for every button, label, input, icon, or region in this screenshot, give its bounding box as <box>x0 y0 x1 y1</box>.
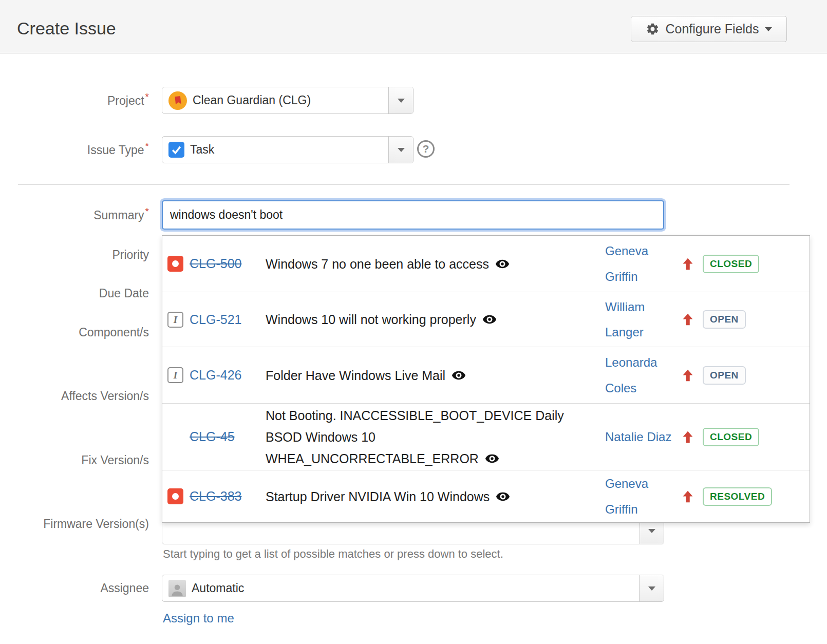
due-date-label: Due Date <box>0 287 149 300</box>
assignee-name-link[interactable]: Geneva Griffin <box>605 471 673 521</box>
issue-summary-text: Windows 10 will not working properly <box>266 312 476 327</box>
summary-label: Summary* <box>0 209 149 222</box>
fix-versions-label: Fix Version/s <box>0 453 149 467</box>
watchers-eye-icon <box>496 489 510 504</box>
incident-issue-type-icon: I <box>167 312 183 328</box>
dialog-header: Create Issue Configure Fields <box>0 0 827 53</box>
avatar <box>168 580 186 597</box>
task-checkbox-icon <box>168 142 184 158</box>
create-issue-dialog: Create Issue Configure Fields Project* I… <box>0 0 827 644</box>
issue-key-link[interactable]: CLG-383 <box>190 489 255 504</box>
affects-versions-label: Affects Version/s <box>0 389 149 403</box>
page-title: Create Issue <box>17 18 116 39</box>
chevron-down-icon <box>398 99 405 103</box>
assignee-value: Automatic <box>192 581 244 595</box>
chevron-down-icon <box>648 586 655 591</box>
status-badge: OPEN <box>703 310 746 329</box>
issue-key-link[interactable]: CLG-521 <box>190 312 255 327</box>
incident-issue-type-icon: I <box>167 367 183 383</box>
suggestion-row[interactable]: I CLG-521 Windows 10 will not working pr… <box>162 292 810 347</box>
project-value: Clean Guardian (CLG) <box>193 93 311 107</box>
issue-key-link[interactable]: CLG-426 <box>190 368 255 383</box>
issue-key-link[interactable]: CLG-500 <box>190 256 255 271</box>
project-label: Project* <box>0 94 149 108</box>
chevron-down-icon <box>398 148 405 152</box>
issue-type-value: Task <box>190 143 214 157</box>
priority-up-arrow-icon <box>673 257 703 271</box>
summary-input[interactable] <box>162 200 664 230</box>
suggestion-row[interactable]: I CLG-383 Startup Driver NVIDIA Win 10 W… <box>162 470 810 522</box>
help-icon[interactable]: ? <box>417 140 435 158</box>
configure-fields-label: Configure Fields <box>665 22 759 36</box>
issue-type-dropdown-button[interactable] <box>388 137 413 163</box>
issue-type-label: Issue Type* <box>0 143 149 157</box>
section-divider <box>18 184 790 185</box>
assignee-select[interactable]: Automatic <box>162 575 664 602</box>
assignee-name-link[interactable]: Leonarda Coles <box>605 350 673 400</box>
gear-icon <box>646 22 660 36</box>
bug-issue-type-icon: I <box>167 488 183 504</box>
watchers-eye-icon <box>495 257 510 271</box>
priority-label: Priority <box>0 248 149 262</box>
assignee-dropdown-button[interactable] <box>639 575 664 601</box>
components-label: Component/s <box>0 326 149 339</box>
watchers-eye-icon <box>482 312 497 327</box>
priority-up-arrow-icon <box>673 369 703 382</box>
assignee-name-link[interactable]: Natalie Diaz <box>605 424 673 449</box>
issue-suggestions-dropdown: I CLG-500 Windows 7 no one been able to … <box>162 235 810 523</box>
suggestion-row[interactable]: I CLG-500 Windows 7 no one been able to … <box>162 236 810 292</box>
suggestion-row[interactable]: I CLG-45 Not Booting. INACCESSIBLE_BOOT_… <box>162 404 810 470</box>
autocomplete-hint: Start typing to get a list of possible m… <box>163 547 503 561</box>
issue-summary-text: Startup Driver NVIDIA Win 10 Windows <box>266 489 490 504</box>
configure-fields-button[interactable]: Configure Fields <box>631 16 787 42</box>
required-asterisk: * <box>145 91 149 102</box>
project-select[interactable]: Clean Guardian (CLG) <box>162 87 414 114</box>
status-badge: CLOSED <box>703 428 759 446</box>
assignee-name-link[interactable]: Geneva Griffin <box>605 238 673 289</box>
watchers-eye-icon <box>485 451 499 466</box>
issue-summary-text: Not Booting. INACCESSIBLE_BOOT_DEVICE Da… <box>266 408 564 466</box>
priority-up-arrow-icon <box>673 490 703 503</box>
required-asterisk: * <box>145 206 149 217</box>
priority-up-arrow-icon <box>673 430 703 444</box>
assignee-label: Assignee <box>0 581 149 595</box>
issue-summary-text: Folder Have Windows Live Mail <box>266 368 445 383</box>
watchers-eye-icon <box>452 368 466 383</box>
issue-summary-text: Windows 7 no one been able to access <box>266 257 489 271</box>
project-avatar-flag-icon <box>168 91 187 110</box>
issue-type-select[interactable]: Task <box>162 136 414 163</box>
priority-up-arrow-icon <box>673 313 703 326</box>
chevron-down-icon <box>648 529 655 533</box>
firmware-versions-label: Firmware Version(s) <box>0 517 149 531</box>
required-asterisk: * <box>145 141 149 151</box>
suggestion-row[interactable]: I CLG-426 Folder Have Windows Live Mail … <box>162 347 810 404</box>
bug-issue-type-icon: I <box>167 256 183 272</box>
status-badge: RESOLVED <box>703 487 772 506</box>
issue-key-link[interactable]: CLG-45 <box>190 429 255 444</box>
status-badge: OPEN <box>703 366 746 385</box>
assignee-name-link[interactable]: William Langer <box>605 294 673 345</box>
assign-to-me-link[interactable]: Assign to me <box>163 611 234 626</box>
chevron-down-icon <box>765 27 772 31</box>
status-badge: CLOSED <box>703 255 759 273</box>
project-dropdown-button[interactable] <box>388 87 413 113</box>
